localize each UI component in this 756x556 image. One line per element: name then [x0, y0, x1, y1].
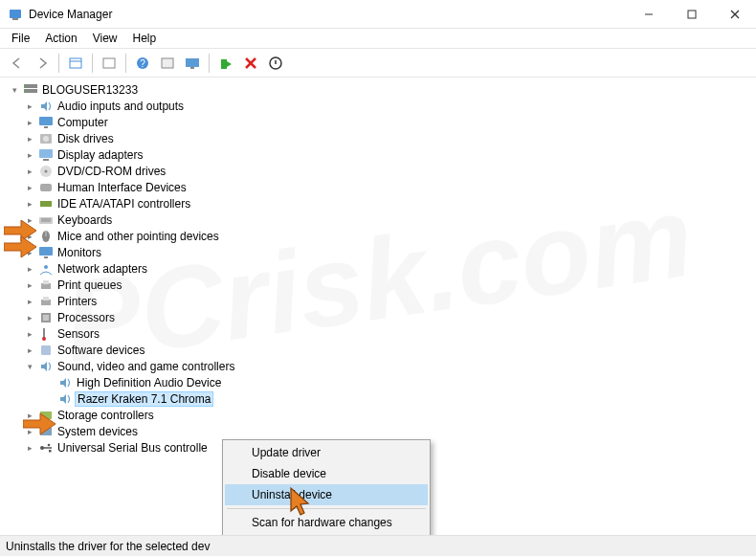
- expander-icon[interactable]: ▸: [23, 248, 36, 257]
- category-label: Mice and other pointing devices: [57, 230, 219, 243]
- tree-device[interactable]: High Definition Audio Device: [0, 374, 756, 390]
- tree-category[interactable]: ▸System devices: [0, 423, 756, 439]
- network-icon: [38, 261, 54, 277]
- scan-hardware-button[interactable]: [181, 52, 204, 75]
- minimize-button[interactable]: [627, 0, 670, 29]
- tree-category[interactable]: ▸Sensors: [0, 325, 756, 342]
- context-menu: Update driverDisable deviceUninstall dev…: [222, 439, 431, 537]
- tree-category-sound[interactable]: ▾ Sound, video and game controllers: [0, 358, 756, 374]
- disable-device-button[interactable]: [264, 52, 287, 75]
- forward-button[interactable]: [31, 52, 54, 75]
- tree-category[interactable]: ▸Disk drives: [0, 130, 756, 146]
- cd-icon: [38, 164, 54, 179]
- expander-icon[interactable]: ▸: [23, 280, 36, 290]
- expander-icon[interactable]: ▸: [23, 329, 36, 339]
- hid-icon: [38, 180, 54, 195]
- tree-category[interactable]: ▸Software devices: [0, 342, 756, 358]
- category-label: Monitors: [57, 246, 101, 259]
- tree-root[interactable]: ▾ BLOGUSER13233: [0, 81, 756, 98]
- close-button[interactable]: [713, 0, 756, 29]
- menu-file[interactable]: File: [4, 30, 37, 47]
- tree-category[interactable]: ▸Computer: [0, 114, 756, 130]
- tree-category[interactable]: ▸IDE ATA/ATAPI controllers: [0, 195, 756, 211]
- device-label: High Definition Audio Device: [77, 376, 221, 389]
- usb-icon: [38, 440, 54, 456]
- help-button[interactable]: ?: [131, 52, 154, 75]
- status-text: Uninstalls the driver for the selected d…: [6, 540, 210, 553]
- menu-view[interactable]: View: [85, 30, 125, 47]
- expander-icon[interactable]: ▸: [23, 427, 36, 436]
- svg-rect-45: [186, 58, 199, 67]
- root-label: BLOGUSER13233: [42, 83, 138, 97]
- tree-category[interactable]: ▸DVD/CD-ROM drives: [0, 163, 756, 179]
- software-icon: [38, 343, 54, 358]
- toolbar: ?: [0, 49, 756, 78]
- expander-icon[interactable]: ▸: [23, 167, 36, 176]
- system-icon: [38, 424, 54, 439]
- monitor-icon: [38, 115, 54, 130]
- expander-icon[interactable]: ▸: [23, 150, 36, 160]
- speaker-icon: [38, 359, 54, 374]
- category-label: Human Interface Devices: [57, 181, 187, 194]
- display-icon: [38, 147, 54, 163]
- enable-device-button[interactable]: [214, 52, 237, 75]
- expander-icon[interactable]: ▸: [23, 118, 36, 127]
- expander-icon[interactable]: ▸: [23, 443, 36, 453]
- svg-rect-39: [70, 58, 81, 68]
- printer-icon: [38, 278, 54, 293]
- computer-icon: [23, 82, 38, 98]
- expander-icon[interactable]: ▾: [8, 85, 21, 95]
- tree-device-selected[interactable]: Razer Kraken 7.1 Chroma: [0, 390, 756, 407]
- tree-category[interactable]: ▸Audio inputs and outputs: [0, 98, 756, 114]
- expander-icon[interactable]: ▸: [23, 232, 36, 241]
- expander-icon[interactable]: ▸: [23, 411, 36, 420]
- svg-text:?: ?: [140, 58, 145, 69]
- expander-icon[interactable]: ▸: [23, 297, 36, 306]
- category-label: Computer: [57, 116, 108, 129]
- menubar: File Action View Help: [0, 29, 756, 49]
- tree-category[interactable]: ▸Print queues: [0, 277, 756, 293]
- ide-icon: [38, 196, 54, 211]
- expander-icon[interactable]: ▸: [23, 134, 36, 144]
- device-tree[interactable]: ▾ BLOGUSER13233 ▸Audio inputs and output…: [0, 78, 756, 537]
- category-label: Keyboards: [57, 213, 112, 227]
- context-menu-item[interactable]: Update driver: [225, 442, 428, 463]
- tree-category[interactable]: ▸Display adapters: [0, 146, 756, 163]
- tree-category[interactable]: ▸Keyboards: [0, 211, 756, 228]
- context-menu-item[interactable]: Uninstall device: [225, 484, 428, 505]
- uninstall-device-button[interactable]: [239, 52, 262, 75]
- speaker-icon: [57, 375, 73, 390]
- expander-icon[interactable]: ▾: [23, 362, 36, 371]
- menu-help[interactable]: Help: [125, 30, 165, 47]
- category-label: Storage controllers: [57, 409, 154, 422]
- update-driver-button[interactable]: [156, 52, 179, 75]
- tree-category[interactable]: ▸Network adapters: [0, 260, 756, 277]
- tree-category[interactable]: ▸Printers: [0, 293, 756, 309]
- back-button[interactable]: [6, 52, 29, 75]
- keyboard-icon: [38, 212, 54, 228]
- expander-icon[interactable]: ▸: [23, 313, 36, 322]
- expander-icon[interactable]: ▸: [23, 183, 36, 192]
- tree-category[interactable]: ▸Storage controllers: [0, 407, 756, 423]
- tree-category[interactable]: ▸Mice and other pointing devices: [0, 228, 756, 244]
- show-hide-tree-button[interactable]: [64, 52, 87, 75]
- context-menu-separator: [227, 508, 426, 509]
- speaker-icon: [38, 99, 54, 114]
- tree-category[interactable]: ▸Processors: [0, 309, 756, 325]
- storage-icon: [38, 408, 54, 423]
- tree-category[interactable]: ▸Monitors: [0, 244, 756, 260]
- expander-icon[interactable]: ▸: [23, 101, 36, 111]
- svg-rect-44: [162, 58, 173, 68]
- expander-icon[interactable]: ▸: [23, 199, 36, 209]
- menu-action[interactable]: Action: [37, 30, 84, 47]
- category-label: Network adapters: [57, 262, 147, 276]
- context-menu-item[interactable]: Scan for hardware changes: [225, 512, 428, 533]
- properties-button[interactable]: [98, 52, 121, 75]
- expander-icon[interactable]: ▸: [23, 345, 36, 355]
- tree-category[interactable]: ▸Human Interface Devices: [0, 179, 756, 195]
- maximize-button[interactable]: [670, 0, 713, 29]
- disk-icon: [38, 131, 54, 146]
- context-menu-item[interactable]: Disable device: [225, 463, 428, 484]
- expander-icon[interactable]: ▸: [23, 215, 36, 225]
- expander-icon[interactable]: ▸: [23, 264, 36, 274]
